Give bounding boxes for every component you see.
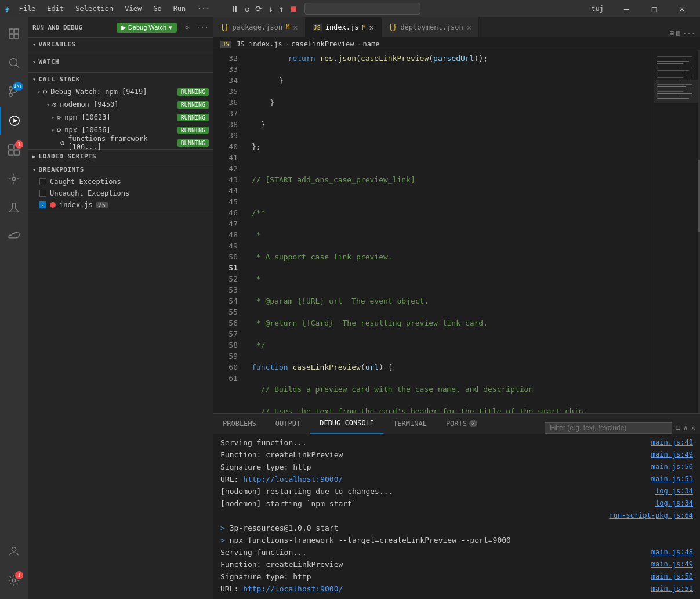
console-src-13[interactable]: main.js:51 [651, 583, 693, 594]
callstack-name-4: functions-framework [106...] [68, 135, 177, 151]
menu-file[interactable]: File [14, 3, 40, 14]
activity-account[interactable] [0, 537, 28, 565]
tab-close-0[interactable]: ✕ [293, 23, 298, 32]
panel-list-icon[interactable]: ≡ [676, 424, 680, 432]
variables-header[interactable]: ▾ VARIABLES [28, 38, 213, 50]
close-btn[interactable]: ✕ [669, 0, 695, 17]
console-src-10[interactable]: main.js:48 [651, 547, 693, 558]
console-src-12[interactable]: main.js:50 [651, 571, 693, 582]
breadcrumb-member[interactable]: name [363, 40, 380, 48]
console-src-11[interactable]: main.js:49 [651, 559, 693, 570]
toggle-panel-icon[interactable]: ▤ [676, 29, 680, 37]
maximize-btn[interactable]: □ [641, 0, 668, 17]
split-editor-icon[interactable]: ⊞ [670, 29, 674, 37]
callstack-icon-2: ⚙ [57, 113, 61, 121]
svg-rect-34 [657, 89, 689, 89]
console-line-2: Signature type: http main.js:50 [213, 461, 700, 473]
svg-rect-33 [657, 86, 686, 87]
run-debug-title: RUN AND DEBUG [32, 24, 112, 31]
tab-debug-console[interactable]: DEBUG CONSOLE [310, 413, 384, 434]
svg-rect-1 [14, 29, 19, 33]
callstack-item-2[interactable]: ▾ ⚙ npm [10623] RUNNING [28, 111, 213, 124]
menu-selection[interactable]: Selection [71, 3, 118, 14]
title-config-label: tuj [591, 5, 604, 13]
tab-package-json[interactable]: {} package.json M ✕ [213, 17, 306, 37]
extensions-badge: 1 [15, 140, 23, 149]
panel-collapse-icon[interactable]: ∧ [684, 424, 688, 432]
activity-docker[interactable] [0, 223, 28, 251]
more-actions-icon[interactable]: ··· [683, 29, 695, 37]
watch-header[interactable]: ▾ WATCH [28, 55, 213, 68]
minimap [654, 50, 700, 413]
activity-extensions[interactable]: 1 [0, 136, 28, 164]
bp-indexjs-checkbox[interactable]: ✓ [39, 201, 46, 208]
tab-index-js[interactable]: JS index.js M ✕ [306, 17, 382, 37]
debug-refresh-btn[interactable]: ⟳ [253, 3, 264, 15]
breakpoints-section: ▾ BREAKPOINTS Caught Exceptions Uncaught… [28, 163, 213, 211]
loaded-scripts-label: LOADED SCRIPTS [39, 153, 97, 160]
svg-marker-11 [13, 118, 17, 122]
sidebar-settings-icon[interactable]: ⚙ [185, 23, 189, 31]
start-debug-btn[interactable]: ▶ Debug Watch ▾ [117, 23, 177, 33]
svg-point-4 [10, 59, 17, 66]
tab-terminal[interactable]: TERMINAL [384, 413, 437, 434]
console-src-1[interactable]: main.js:49 [651, 449, 693, 460]
panel-filter-input[interactable] [545, 422, 672, 434]
breakpoints-header[interactable]: ▾ BREAKPOINTS [28, 163, 213, 176]
menu-more[interactable]: ··· [193, 3, 215, 14]
tab-close-2[interactable]: ✕ [467, 23, 471, 32]
debug-pause-btn[interactable]: ⏸ [229, 3, 241, 15]
console-src-6[interactable]: run-script-pkg.js:64 [610, 510, 694, 521]
tab-output[interactable]: OUTPUT [266, 413, 310, 434]
play-icon: ▶ [121, 24, 126, 31]
tab-problems[interactable]: PROBLEMS [213, 413, 266, 434]
console-src-2[interactable]: main.js:50 [651, 461, 693, 472]
breadcrumb-file[interactable]: JS JS index.js [220, 40, 282, 48]
activity-run-debug[interactable] [0, 107, 28, 135]
bp-uncaught-checkbox[interactable] [39, 190, 46, 197]
activity-search[interactable] [0, 49, 28, 77]
callstack-item-0[interactable]: ▾ ⚙ Debug Watch: npm [9419] RUNNING [28, 85, 213, 98]
menu-edit[interactable]: Edit [42, 3, 68, 14]
sidebar-more-icon[interactable]: ··· [196, 23, 209, 31]
callstack-item-1[interactable]: ▾ ⚙ nodemon [9450] RUNNING [28, 98, 213, 111]
console-src-4[interactable]: log.js:34 [655, 486, 693, 497]
console-src-5[interactable]: log.js:34 [655, 498, 693, 509]
tab-close-1[interactable]: ✕ [369, 23, 374, 32]
activity-source-control[interactable]: 1k+ [0, 78, 28, 106]
debug-step-over[interactable]: ↓ [266, 3, 275, 15]
callstack-icon-0: ⚙ [43, 88, 47, 96]
svg-rect-21 [657, 59, 686, 59]
debug-step-up[interactable]: ↑ [277, 3, 286, 15]
activity-settings[interactable]: 1 [0, 566, 28, 594]
activity-testing[interactable] [0, 194, 28, 222]
loaded-scripts-header[interactable]: ▶ LOADED SCRIPTS [28, 150, 213, 163]
menu-go[interactable]: Go [148, 3, 166, 14]
tab-deployment-json[interactable]: {} deployment.json ✕ [382, 17, 479, 37]
bp-indexjs[interactable]: ✓ index.js 25 [28, 199, 213, 211]
callstack-item-4[interactable]: ⚙ functions-framework [106...] RUNNING [28, 136, 213, 149]
breadcrumb-sep-2: › [356, 40, 360, 48]
code-container[interactable]: 32 33 34 35 36 37 38 39 40 41 42 43 44 4… [213, 50, 654, 413]
svg-point-16 [12, 177, 16, 181]
console-src-0[interactable]: main.js:48 [651, 437, 693, 448]
minimize-btn[interactable]: — [613, 0, 640, 17]
panel-close-icon[interactable]: ✕ [691, 424, 695, 432]
code-editor[interactable]: return res.json(caseLinkPreview(parsedUr… [242, 50, 654, 413]
activity-explorer[interactable] [0, 20, 28, 48]
menu-view[interactable]: View [120, 3, 146, 14]
bp-caught-exceptions[interactable]: Caught Exceptions [28, 176, 213, 187]
tab-ports[interactable]: PORTS 2 [437, 413, 487, 434]
watch-label: WATCH [39, 58, 60, 66]
bp-uncaught-exceptions[interactable]: Uncaught Exceptions [28, 187, 213, 199]
callstack-header[interactable]: ▾ CALL STACK [28, 73, 213, 85]
bp-caught-checkbox[interactable] [39, 178, 46, 185]
title-search-input[interactable] [304, 3, 420, 15]
activity-remote[interactable] [0, 165, 28, 193]
console-src-3[interactable]: main.js:51 [651, 474, 693, 485]
breadcrumb-class[interactable]: caseLinkPreview [291, 40, 354, 48]
menu-run[interactable]: Run [169, 3, 191, 14]
svg-rect-12 [9, 145, 13, 149]
debug-restart-btn[interactable]: ↺ [242, 3, 252, 15]
debug-stop-btn[interactable]: ⏹ [287, 3, 300, 15]
